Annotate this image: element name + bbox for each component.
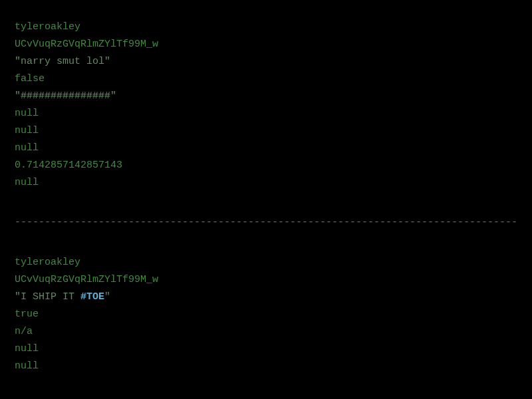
field-9: 0.7142857142857143 xyxy=(15,157,517,174)
field-8: null xyxy=(15,140,517,157)
field-5: n/a xyxy=(15,323,517,340)
record-separator: ----------------------------------------… xyxy=(15,214,517,231)
field-title: "narry smut lol" xyxy=(15,53,517,70)
field-flag: true xyxy=(15,306,517,323)
record-block-1: tyleroakley UCvVuqRzGVqRlmZYlTf99M_w "na… xyxy=(15,19,517,192)
field-10: null xyxy=(15,174,517,192)
field-username: tyleroakley xyxy=(15,19,517,36)
title-text: "narry smut lol" xyxy=(15,56,110,67)
title-suffix: " xyxy=(104,291,110,303)
field-title: "I SHIP IT #TOE" xyxy=(15,289,517,306)
title-prefix: "I SHIP IT xyxy=(15,291,80,303)
field-username: tyleroakley xyxy=(15,254,517,271)
field-6: null xyxy=(15,105,517,122)
record-block-2: tyleroakley UCvVuqRzGVqRlmZYlTf99M_w "I … xyxy=(15,254,517,375)
field-6: null xyxy=(15,340,517,358)
field-5: "###############" xyxy=(15,88,517,105)
spacer xyxy=(15,192,517,209)
field-channel-id: UCvVuqRzGVqRlmZYlTf99M_w xyxy=(15,36,517,53)
spacer xyxy=(15,237,517,254)
field-flag: false xyxy=(15,70,517,88)
hashtag-link[interactable]: #TOE xyxy=(80,291,104,303)
field-channel-id: UCvVuqRzGVqRlmZYlTf99M_w xyxy=(15,271,517,289)
field-7: null xyxy=(15,358,517,375)
field-7: null xyxy=(15,122,517,140)
